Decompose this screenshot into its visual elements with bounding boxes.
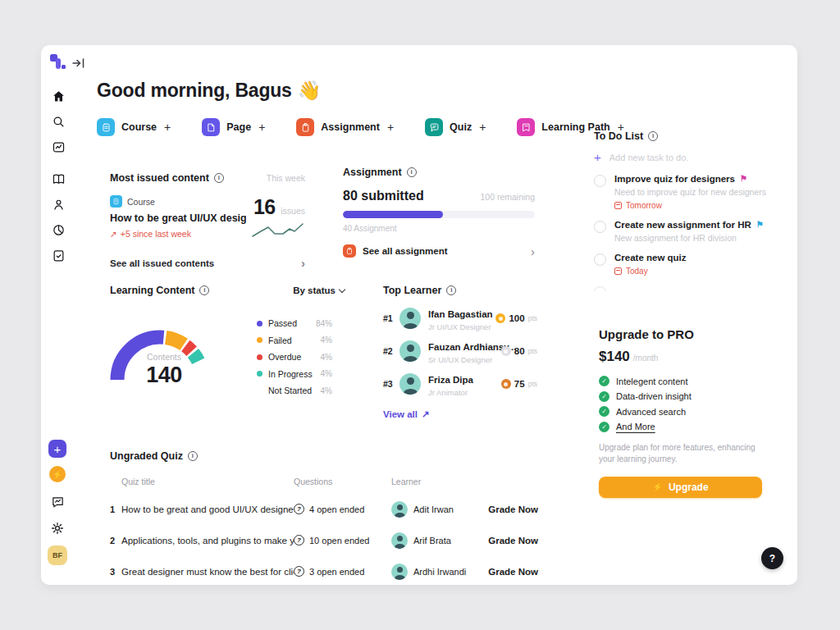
- quiz-table-row[interactable]: 2 Applications, tools, and plugins to ma…: [110, 532, 538, 549]
- card-title: Top Learner: [383, 285, 441, 296]
- due-date-badge: Tomorrow: [614, 201, 766, 210]
- todo-list-card: To Do Listi + Add new task to do. Improv…: [594, 130, 779, 291]
- create-quiz-button[interactable]: Quiz +: [425, 118, 486, 136]
- see-all-issued-link[interactable]: See all issued contents ›: [110, 257, 305, 269]
- upgrade-button[interactable]: ⚡ Upgrade: [599, 477, 762, 498]
- learning-path-icon: [517, 118, 535, 136]
- settings-gear-icon[interactable]: [50, 521, 65, 536]
- reports-icon[interactable]: [51, 222, 66, 237]
- learner-row[interactable]: #3 Friza DipaJr Animator 75pts: [383, 373, 537, 395]
- upgrade-description: Upgrade plan for more features, enhancin…: [599, 442, 760, 466]
- info-icon[interactable]: i: [446, 285, 456, 295]
- todo-task: Improve quiz for designers⚑ Need to impr…: [594, 174, 779, 210]
- legend-dot: [257, 354, 262, 360]
- plus-icon: +: [594, 150, 601, 164]
- submitted-count: 80 submitted: [343, 189, 424, 203]
- question-icon: ?: [294, 504, 304, 514]
- help-button[interactable]: ?: [761, 547, 783, 569]
- add-task-placeholder: Add new task to do.: [609, 153, 689, 162]
- task-checkbox[interactable]: [594, 175, 606, 187]
- library-icon[interactable]: [51, 171, 66, 186]
- card-title: Learning Content: [110, 285, 194, 296]
- task-checkbox[interactable]: [594, 221, 606, 233]
- create-course-button[interactable]: Course +: [97, 118, 171, 136]
- messages-icon[interactable]: [51, 495, 65, 509]
- grade-now-button[interactable]: Grade Now: [482, 567, 538, 577]
- learner-row[interactable]: #2 Fauzan Ardhiansy...Sr UI/UX Designer …: [383, 340, 537, 362]
- calendar-icon: [614, 267, 622, 275]
- issues-count: 16 issues: [251, 195, 305, 219]
- create-assignment-button[interactable]: Assignment +: [296, 118, 394, 136]
- chevron-right-icon: ›: [301, 257, 305, 269]
- quiz-table-row[interactable]: 3 Great designer must know the best for …: [110, 563, 538, 580]
- bolt-icon: ⚡: [652, 482, 662, 491]
- info-icon[interactable]: i: [214, 173, 224, 183]
- legend-dot: [257, 321, 262, 326]
- arrow-up-right-icon: ↗: [422, 409, 430, 420]
- wave-emoji: 👋: [298, 80, 322, 102]
- assignment-card: Assignmenti 80 submitted 100 remaining 4…: [343, 167, 535, 258]
- home-icon[interactable]: [51, 89, 66, 103]
- create-new-button[interactable]: +: [48, 440, 66, 458]
- quick-create-bar: Course + Page + Assignment + Quiz + Lear…: [97, 118, 624, 136]
- assignment-progress-fill: [343, 211, 443, 218]
- grade-now-button[interactable]: Grade Now: [482, 504, 538, 514]
- learning-gauge-chart: Contents 140: [103, 314, 226, 385]
- content-type-badge: Course: [127, 197, 155, 207]
- info-icon[interactable]: i: [188, 451, 198, 461]
- learning-content-card: Learning Contenti By status Contents 140…: [110, 285, 345, 408]
- flag-icon: ⚑: [756, 221, 764, 229]
- search-icon[interactable]: [51, 114, 66, 129]
- legend-item: Overdue4%: [257, 351, 332, 363]
- info-icon[interactable]: i: [648, 131, 658, 141]
- people-icon[interactable]: [51, 197, 66, 212]
- by-status-dropdown[interactable]: By status: [293, 285, 345, 295]
- quiz-table-row[interactable]: 1 How to be great and good UI/UX designe…: [110, 500, 538, 518]
- and-more-link[interactable]: And More: [616, 422, 655, 431]
- learner-avatar: [399, 308, 421, 329]
- card-title: Ungraded Quiz: [110, 450, 183, 462]
- remaining-count: 100 remaining: [480, 192, 535, 202]
- legend-dot: [257, 371, 262, 377]
- boost-button[interactable]: ⚡: [49, 466, 66, 482]
- quiz-table-header: Quiz title Questions Learner: [110, 477, 538, 486]
- card-title: Most issued content: [110, 172, 209, 184]
- user-initials: BF: [52, 551, 62, 559]
- create-page-button[interactable]: Page +: [202, 118, 265, 136]
- task-checkbox[interactable]: [594, 253, 606, 266]
- tasks-icon[interactable]: [51, 248, 66, 262]
- delta-label: ↗+5 since last week: [110, 229, 246, 239]
- plus-icon: +: [387, 121, 394, 134]
- app-window: + ⚡ BF Good morning, Bagus 👋 Course + Pa…: [41, 45, 797, 585]
- collapse-sidebar-icon[interactable]: [72, 57, 85, 69]
- plus-icon: +: [164, 121, 171, 134]
- user-avatar[interactable]: BF: [48, 546, 67, 565]
- bolt-icon: ⚡: [52, 470, 62, 479]
- learner-row[interactable]: #1 Ifan BagastianJr UI/UX Designer 100pt…: [383, 308, 537, 329]
- gauge-label: Contents: [103, 352, 226, 362]
- issued-content-title: How to be great UI/UX desig...: [110, 212, 246, 224]
- medal-icon: [495, 313, 505, 323]
- view-all-link[interactable]: View all↗: [383, 409, 537, 420]
- info-icon[interactable]: i: [407, 167, 417, 177]
- learner-avatar: [391, 564, 408, 580]
- period-label: This week: [267, 173, 305, 183]
- grade-now-button[interactable]: Grade Now: [482, 536, 538, 546]
- quiz-icon: [425, 118, 443, 136]
- gauge-value: 140: [103, 363, 226, 388]
- calendar-icon: [614, 202, 622, 209]
- analytics-icon[interactable]: [51, 139, 66, 154]
- app-logo-icon[interactable]: [49, 53, 67, 71]
- issues-sparkline: [251, 221, 305, 240]
- add-task-input[interactable]: + Add new task to do.: [594, 150, 779, 164]
- legend-item: Not Started4%: [257, 385, 332, 396]
- most-issued-content-card: Most issued contenti This week Course Ho…: [110, 167, 305, 269]
- card-title: Assignment: [343, 167, 402, 178]
- assignment-icon: [296, 118, 314, 136]
- medal-icon: [501, 346, 511, 356]
- see-all-assignment-link[interactable]: See all assignment ›: [343, 244, 535, 258]
- question-icon: ?: [294, 535, 304, 546]
- check-icon: ✓: [599, 391, 609, 402]
- info-icon[interactable]: i: [199, 285, 209, 295]
- legend-item: Failed4%: [257, 335, 332, 346]
